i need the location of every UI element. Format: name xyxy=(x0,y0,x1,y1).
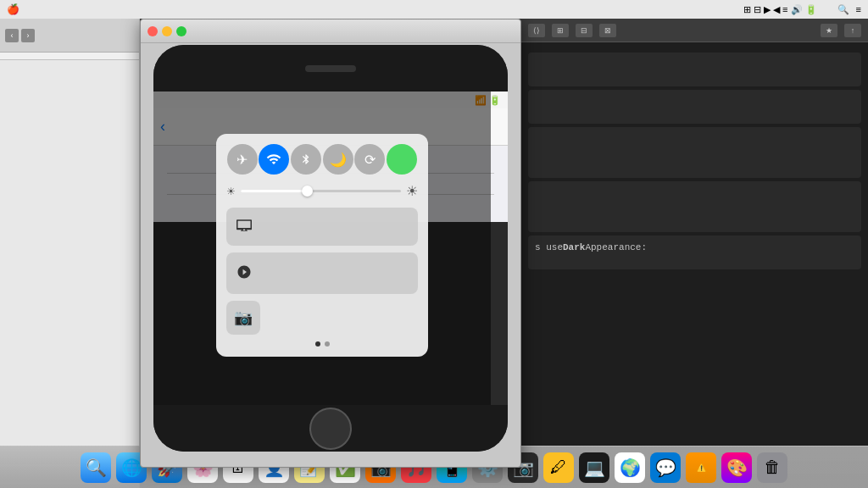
page-dots xyxy=(226,341,418,347)
rotation-lock-btn[interactable]: ⟳ xyxy=(354,144,385,175)
simulator-titlebar xyxy=(141,19,520,43)
editor-btn-1[interactable]: ⟨⟩ xyxy=(528,24,545,37)
sidebar-path xyxy=(0,53,139,60)
dock-terminal[interactable]: 💻 xyxy=(579,452,609,483)
editor-btn-3[interactable]: ⊟ xyxy=(576,24,593,37)
toggle-row: ✈ 🌙 ⟳ xyxy=(226,144,418,175)
code-text-5: s useDarkAppearance: xyxy=(535,242,647,252)
control-center-panel: ✈ 🌙 ⟳ ☀ xyxy=(216,134,428,357)
code-block-4 xyxy=(528,181,861,232)
dock-warning[interactable]: ⚠️ xyxy=(686,452,716,483)
camera-row: 📷 xyxy=(226,301,418,335)
nav-forward-icon[interactable]: › xyxy=(21,29,35,42)
do-not-disturb-btn[interactable]: 🌙 xyxy=(323,144,353,175)
sidebar-toolbar-icons: ‹ › xyxy=(5,29,35,42)
editor-share-btn[interactable]: ↑ xyxy=(844,24,861,37)
bluetooth-btn[interactable] xyxy=(291,144,321,175)
sidebar: ‹ › xyxy=(0,19,140,488)
minimize-button[interactable] xyxy=(162,26,172,36)
airdrop-icon xyxy=(236,264,252,282)
editor-toolbar: ⟨⟩ ⊞ ⊟ ⊠ ★ ↑ xyxy=(521,19,868,42)
brightness-low-icon: ☀ xyxy=(226,186,236,197)
wifi-btn[interactable] xyxy=(259,144,289,175)
speaker xyxy=(305,65,356,72)
sidebar-item-2[interactable] xyxy=(0,74,139,77)
airplane-mode-btn[interactable]: ✈ xyxy=(227,144,258,175)
dock-messenger[interactable]: 💬 xyxy=(650,452,681,483)
menu-bar: 🍎 ⊞ ⊟ ▶ ◀ ≡ 🔊 🔋 🔍 ≡ xyxy=(0,0,868,19)
airplay-icon xyxy=(236,219,252,234)
dock-sketch[interactable]: 🖊 xyxy=(543,452,574,483)
code-area: s useDarkAppearance: xyxy=(521,42,868,280)
menu-bar-right: ⊞ ⊟ ▶ ◀ ≡ 🔊 🔋 🔍 ≡ xyxy=(743,0,861,19)
iphone-bottom-bezel xyxy=(153,405,508,452)
brightness-high-icon: ☀ xyxy=(406,183,418,199)
nav-back-icon[interactable]: ‹ xyxy=(5,29,19,42)
camera-button[interactable]: 📷 xyxy=(226,301,260,335)
search-icon[interactable]: 🔍 xyxy=(837,4,849,15)
airdrop-button[interactable] xyxy=(226,252,418,294)
notif-icon[interactable]: ≡ xyxy=(856,4,861,14)
xcode-editor: ⟨⟩ ⊞ ⊟ ⊠ ★ ↑ s useDarkAppearan xyxy=(521,19,868,488)
iphone-screen: 📶 🔋 ‹ xyxy=(153,92,508,405)
traffic-lights xyxy=(147,26,186,36)
brightness-thumb[interactable] xyxy=(302,186,313,197)
flashlight-btn[interactable] xyxy=(387,144,417,175)
code-prefix: s use xyxy=(535,242,563,252)
page-dot-1 xyxy=(315,341,320,347)
brightness-row: ☀ ☀ xyxy=(226,183,418,199)
editor-btn-2[interactable]: ⊞ xyxy=(552,24,569,37)
simulator-window: 📶 🔋 ‹ xyxy=(140,19,521,468)
code-bold: Dark xyxy=(563,242,585,252)
code-block-2 xyxy=(528,90,861,124)
brightness-slider[interactable] xyxy=(241,190,401,192)
brightness-fill xyxy=(241,190,305,192)
code-block-3 xyxy=(528,127,861,178)
dock-finder[interactable]: 🔍 xyxy=(81,452,111,483)
home-button[interactable] xyxy=(309,408,352,450)
airplay-screen-button[interactable] xyxy=(226,208,418,246)
code-block-5: s useDarkAppearance: xyxy=(528,236,861,269)
control-center-overlay[interactable]: ✈ 🌙 ⟳ ☀ xyxy=(153,92,491,405)
iphone-top-bezel xyxy=(153,45,508,92)
dock-chrome[interactable]: 🌍 xyxy=(615,452,645,483)
iphone-body: 📶 🔋 ‹ xyxy=(153,45,508,452)
apple-menu[interactable]: 🍎 xyxy=(7,3,19,15)
maximize-button[interactable] xyxy=(176,26,186,36)
code-suffix: Appearance: xyxy=(585,242,647,252)
editor-star-btn[interactable]: ★ xyxy=(821,24,837,37)
dock-trash[interactable]: 🗑 xyxy=(757,452,787,483)
menubar-icons: ⊞ ⊟ ▶ ◀ ≡ 🔊 🔋 xyxy=(743,4,817,15)
menu-bar-left: 🍎 xyxy=(7,3,91,15)
editor-btn-4[interactable]: ⊠ xyxy=(599,24,616,37)
code-block-1 xyxy=(528,53,861,86)
close-button[interactable] xyxy=(147,26,158,36)
sidebar-tree xyxy=(0,60,139,80)
sidebar-toolbar: ‹ › xyxy=(0,19,139,53)
dock-colorpicker[interactable]: 🎨 xyxy=(721,452,752,483)
page-dot-2 xyxy=(325,341,330,347)
